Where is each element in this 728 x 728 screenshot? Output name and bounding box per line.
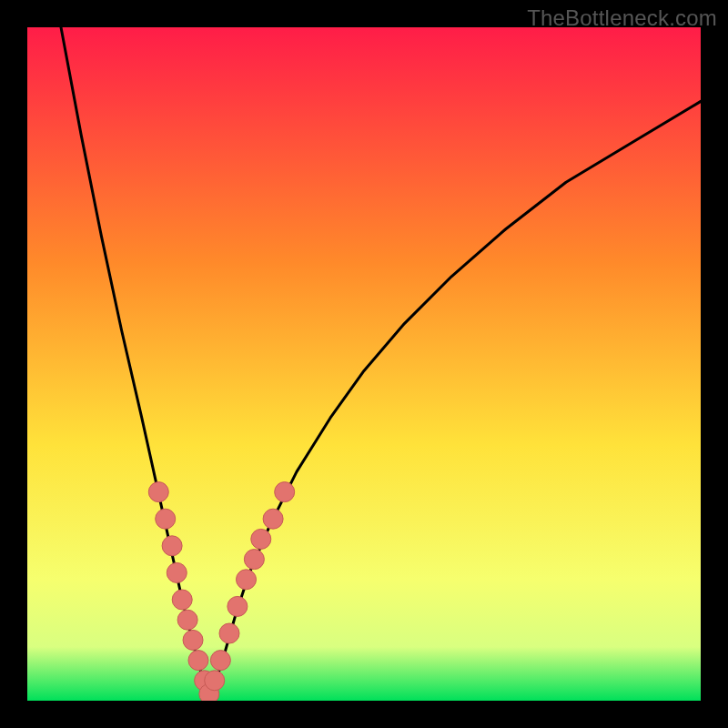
- data-marker: [162, 536, 182, 556]
- data-marker: [237, 570, 257, 590]
- watermark-text: TheBottleneck.com: [527, 5, 717, 31]
- data-marker: [210, 651, 230, 671]
- data-marker: [156, 509, 176, 529]
- data-marker: [275, 482, 295, 502]
- data-marker: [219, 623, 239, 643]
- bottleneck-chart: [27, 27, 701, 701]
- data-marker: [148, 482, 168, 502]
- data-marker: [167, 562, 187, 582]
- data-marker: [244, 550, 264, 570]
- data-marker: [228, 596, 248, 616]
- data-marker: [183, 630, 203, 650]
- plot-area: [27, 27, 701, 701]
- data-marker: [251, 529, 271, 549]
- chart-frame: TheBottleneck.com: [0, 0, 728, 728]
- data-marker: [263, 509, 283, 529]
- data-marker: [177, 610, 197, 630]
- data-marker: [205, 671, 225, 691]
- data-marker: [188, 651, 208, 671]
- data-marker: [172, 590, 192, 610]
